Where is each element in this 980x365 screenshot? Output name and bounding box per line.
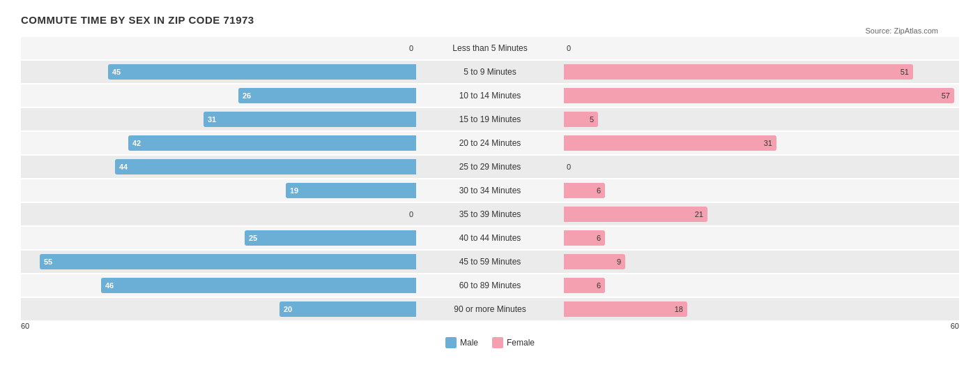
male-value: 0 (409, 44, 413, 52)
left-bar-area: 45 (21, 64, 420, 80)
right-bar-area: 9 (560, 254, 959, 269)
bar-female: 57 (564, 88, 954, 103)
male-value: 0 (409, 210, 413, 218)
male-value: 26 (243, 91, 251, 100)
right-bar-area: 6 (560, 183, 959, 198)
left-bar-area: 55 (21, 254, 420, 269)
bar-female: 5 (564, 112, 598, 127)
bar-male: 25 (245, 230, 416, 246)
row-label: Less than 5 Minutes (420, 43, 560, 53)
legend-male-label: Male (460, 338, 478, 348)
female-value: 9 (617, 258, 621, 266)
bar-female: 9 (564, 254, 625, 269)
left-bar-area: 42 (21, 135, 420, 151)
left-bar-area: 19 (21, 183, 420, 198)
male-value: 46 (105, 281, 114, 290)
right-bar-area: 5 (560, 112, 959, 127)
chart-row: 42 20 to 24 Minutes 31 (21, 132, 959, 154)
bar-female: 6 (564, 183, 605, 198)
right-bar-area: 51 (560, 64, 959, 80)
right-bar-area: 18 (560, 301, 959, 317)
axis-right: 60 (559, 322, 959, 330)
left-bar-area: 31 (21, 112, 420, 127)
axis-right-label: 60 (951, 322, 959, 330)
female-value: 6 (597, 234, 601, 242)
row-label: 15 to 19 Minutes (420, 114, 560, 124)
male-value: 55 (44, 258, 52, 266)
female-value: 31 (764, 139, 772, 147)
legend-male-box (445, 337, 457, 348)
female-value: 18 (675, 305, 683, 313)
chart-row: 55 45 to 59 Minutes 9 (21, 251, 959, 273)
chart-row: 46 60 to 89 Minutes 6 (21, 274, 959, 297)
chart-row: 31 15 to 19 Minutes 5 (21, 108, 959, 131)
male-value: 25 (249, 234, 257, 242)
legend-male: Male (445, 337, 478, 348)
chart-row: 0 35 to 39 Minutes 21 (21, 203, 959, 225)
right-bar-area: 0 (560, 163, 959, 171)
bar-female: 18 (564, 301, 687, 317)
left-bar-area: 26 (21, 88, 420, 103)
male-value: 42 (132, 139, 141, 147)
female-value: 51 (901, 68, 909, 76)
bar-female: 51 (564, 64, 913, 80)
female-value: 6 (597, 281, 601, 290)
chart-row: 26 10 to 14 Minutes 57 (21, 84, 959, 107)
chart-row: 0 Less than 5 Minutes 0 (21, 37, 959, 59)
bar-male: 44 (115, 159, 416, 174)
axis-left: 60 (21, 322, 421, 330)
row-label: 90 or more Minutes (420, 304, 560, 314)
left-bar-area: 46 (21, 278, 420, 293)
bar-male: 42 (128, 135, 416, 151)
left-bar-area: 0 (21, 210, 420, 218)
right-bar-area: 6 (560, 278, 959, 293)
axis-row: 60 60 (21, 322, 959, 330)
bar-male: 46 (101, 278, 416, 293)
female-value: 0 (567, 163, 571, 171)
legend-female: Female (492, 337, 535, 348)
legend-female-label: Female (507, 338, 535, 348)
row-label: 20 to 24 Minutes (420, 138, 560, 148)
row-label: 45 to 59 Minutes (420, 257, 560, 267)
chart-row: 19 30 to 34 Minutes 6 (21, 179, 959, 202)
female-value: 5 (590, 115, 594, 124)
left-bar-area: 25 (21, 230, 420, 246)
right-bar-area: 6 (560, 230, 959, 246)
chart-row: 45 5 to 9 Minutes 51 (21, 61, 959, 83)
bar-female: 31 (564, 135, 776, 151)
legend-female-box (492, 337, 503, 348)
right-bar-area: 21 (560, 207, 959, 222)
left-bar-area: 0 (21, 44, 420, 52)
axis-left-label: 60 (21, 322, 29, 330)
female-value: 57 (942, 91, 950, 100)
row-label: 60 to 89 Minutes (420, 281, 560, 290)
bar-female: 21 (564, 207, 707, 222)
left-bar-area: 44 (21, 159, 420, 174)
row-label: 25 to 29 Minutes (420, 162, 560, 172)
male-value: 44 (119, 163, 128, 171)
bar-male: 45 (108, 64, 416, 80)
female-value: 21 (695, 210, 703, 218)
female-value: 6 (597, 186, 601, 195)
bar-male: 20 (280, 301, 416, 317)
row-label: 40 to 44 Minutes (420, 233, 560, 243)
chart-row: 44 25 to 29 Minutes 0 (21, 156, 959, 178)
bar-male: 26 (238, 88, 416, 103)
bar-male: 31 (204, 112, 416, 127)
row-label: 30 to 34 Minutes (420, 186, 560, 195)
male-value: 19 (290, 186, 298, 195)
female-value: 0 (567, 44, 571, 52)
right-bar-area: 31 (560, 135, 959, 151)
male-value: 45 (112, 68, 121, 76)
chart-row: 25 40 to 44 Minutes 6 (21, 227, 959, 249)
right-bar-area: 0 (560, 44, 959, 52)
row-label: 10 to 14 Minutes (420, 91, 560, 100)
male-value: 20 (284, 305, 292, 313)
bar-female: 6 (564, 230, 605, 246)
left-bar-area: 20 (21, 301, 420, 317)
chart-title: COMMUTE TIME BY SEX IN ZIP CODE 71973 (21, 14, 959, 26)
chart-row: 20 90 or more Minutes 18 (21, 298, 959, 320)
right-bar-area: 57 (560, 88, 959, 103)
source-label: Source: ZipAtlas.com (865, 27, 938, 35)
chart-area: 0 Less than 5 Minutes 0 45 5 to 9 Minute… (21, 37, 959, 348)
